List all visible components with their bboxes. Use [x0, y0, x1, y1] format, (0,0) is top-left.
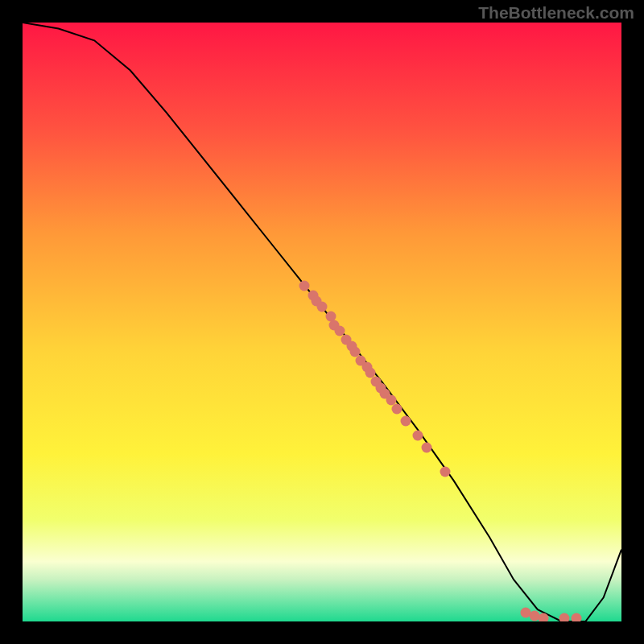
scatter-point	[572, 613, 582, 621]
scatter-point	[422, 443, 432, 453]
plot-area	[23, 23, 621, 621]
scatter-point	[401, 415, 411, 426]
scatter-point	[299, 281, 309, 291]
scatter-point	[440, 467, 450, 477]
scatter-point	[413, 431, 423, 441]
scatter-point	[539, 613, 549, 621]
scatter-point	[559, 613, 570, 621]
scatter-point	[317, 302, 328, 312]
watermark-text: TheBottleneck.com	[478, 3, 634, 23]
bottleneck-curve	[23, 23, 621, 621]
scatter-point	[392, 403, 402, 414]
